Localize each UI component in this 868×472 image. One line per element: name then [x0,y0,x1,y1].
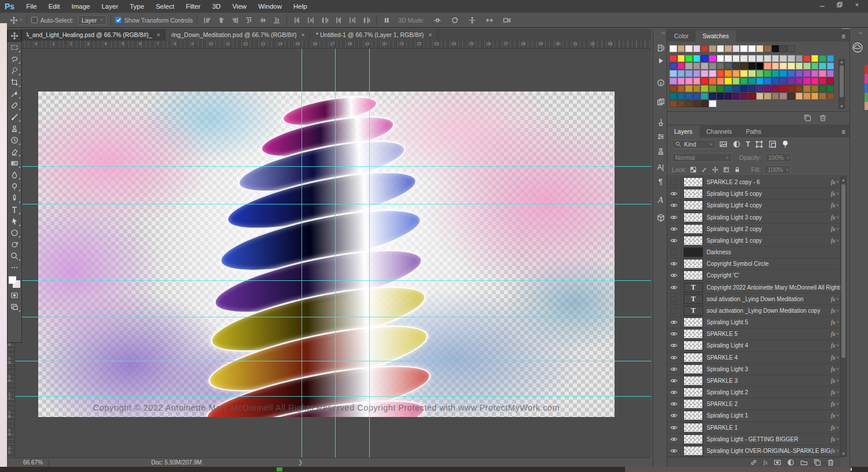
swatch[interactable] [701,55,708,62]
swatch[interactable] [811,78,819,85]
type-tool[interactable] [8,204,21,215]
swatch[interactable] [796,70,803,77]
lasso-tool[interactable] [8,53,21,65]
menu-layer[interactable]: Layer [95,3,124,10]
layer-row[interactable]: Spiraling Light 3 copyfx˅ [667,212,840,224]
align-bottom-icon[interactable] [271,15,282,25]
distribute-5-icon[interactable] [347,15,358,25]
clone-stamp-tool[interactable] [8,123,21,134]
layer-fx-chevron-icon[interactable]: ˅ [836,203,839,208]
swatch[interactable] [670,93,677,100]
swatch[interactable] [678,45,685,52]
swatch[interactable] [693,78,701,85]
lock-position-icon[interactable] [712,166,719,173]
lock-artboard-icon[interactable] [723,166,730,173]
layer-fx-chevron-icon[interactable]: ˅ [836,367,839,372]
layer-visibility-toggle[interactable] [667,340,681,351]
swatch[interactable] [685,63,693,69]
swatch[interactable] [740,63,748,69]
guide-horizontal[interactable] [15,166,651,167]
layer-row[interactable]: SPARKLE 1fx˅ [667,422,840,434]
distribute-4-icon[interactable] [333,15,344,25]
swatch[interactable] [685,78,693,85]
layer-fx-chevron-icon[interactable]: ˅ [836,378,839,383]
gradient-tool[interactable] [8,158,21,169]
layers-scroll-down-icon[interactable]: ▼ [841,452,846,456]
layer-name[interactable]: SPARKLE 3 [707,378,831,384]
panel-menu-icon[interactable]: ≡ [841,32,845,41]
layer-row[interactable]: Spiraling Light OVER-ORIGINAL-SPARKLE BI… [667,445,840,457]
align-left-icon[interactable] [201,15,213,25]
layer-thumbnail[interactable] [683,189,703,199]
swatch[interactable] [670,100,677,107]
swatch[interactable] [717,85,724,92]
swatch[interactable] [756,93,764,100]
swatch[interactable] [693,45,701,52]
marquee-tool[interactable] [8,42,21,53]
layer-thumbnail[interactable] [683,329,703,339]
swatch[interactable] [764,70,771,77]
swatch[interactable] [779,78,787,85]
history-panel-icon[interactable] [653,42,668,54]
layer-thumbnail[interactable] [683,236,703,246]
swatch[interactable] [764,45,771,52]
eyedropper-tool[interactable] [8,88,21,100]
layer-visibility-toggle[interactable] [667,282,681,293]
brush-settings-panel-icon[interactable] [653,130,668,143]
align-top-icon[interactable] [243,15,255,25]
swatch[interactable] [709,45,716,52]
clone-source-panel-icon[interactable] [653,145,668,158]
info-panel-icon[interactable] [653,76,668,89]
swatch[interactable] [709,93,716,100]
layer-name[interactable]: Spiraling Light 5 [707,319,831,325]
filter-smart-objects-icon[interactable] [768,140,777,148]
layer-name[interactable]: Spiraling Light 2 [707,389,831,396]
swatch[interactable] [811,85,819,92]
swatch[interactable] [709,85,716,92]
paragraph-panel-icon[interactable]: ¶ [653,175,668,188]
swatch[interactable] [827,63,834,69]
swatch[interactable] [724,93,732,100]
history-brush-tool[interactable] [8,134,21,146]
swatch[interactable] [756,55,764,62]
filter-toggle-icon[interactable] [782,140,788,148]
swatch[interactable] [733,63,740,69]
swatch[interactable] [827,70,834,77]
layer-fx-chevron-icon[interactable]: ˅ [836,355,839,360]
close-icon[interactable]: × [848,0,866,9]
layer-fx-badge[interactable]: fx [831,401,835,407]
swatch[interactable] [724,70,732,77]
layer-fx-badge[interactable]: fx [831,191,835,197]
layer-fx-chevron-icon[interactable]: ˅ [836,180,839,185]
swatch[interactable] [772,93,779,100]
layer-fx-badge[interactable]: fx [831,354,835,361]
distribute-2-icon[interactable] [305,15,317,25]
swatch[interactable] [724,78,732,85]
layer-thumbnail[interactable] [683,200,703,210]
swatch[interactable] [764,93,771,100]
swatch[interactable] [827,55,834,62]
blend-mode-dropdown[interactable]: Normal˅ [672,153,732,162]
menu-type[interactable]: Type [124,3,150,10]
swatch[interactable] [803,85,811,92]
layer-row[interactable]: Tsoul activation _Lying Down Meditation … [667,305,840,317]
character-panel-icon[interactable]: A| [653,161,668,174]
glyphs-panel-icon[interactable]: A [653,194,668,207]
filter-type-layers-icon[interactable]: T [746,140,750,148]
new-group-icon[interactable] [800,459,808,466]
layer-name[interactable]: Spiraling Light 1 [707,412,831,419]
swatch[interactable] [717,55,724,62]
fill-value[interactable]: 100%˅ [764,165,790,174]
layer-fx-chevron-icon[interactable]: ˅ [836,308,839,313]
layer-row[interactable]: Spiraling Light 1 copyfx˅ [667,235,840,247]
layer-visibility-toggle[interactable] [667,398,681,409]
swatch[interactable] [827,78,834,85]
swatch[interactable] [724,85,732,92]
blur-tool[interactable] [8,169,21,181]
crop-tool[interactable] [8,76,21,88]
new-swatch-icon[interactable] [804,114,811,122]
layer-name[interactable]: SPARKLE 2 copy - 6 [707,179,831,185]
move-tool-option-icon[interactable] [8,15,20,25]
path-select-tool[interactable] [8,215,21,227]
swatch[interactable] [733,93,740,100]
